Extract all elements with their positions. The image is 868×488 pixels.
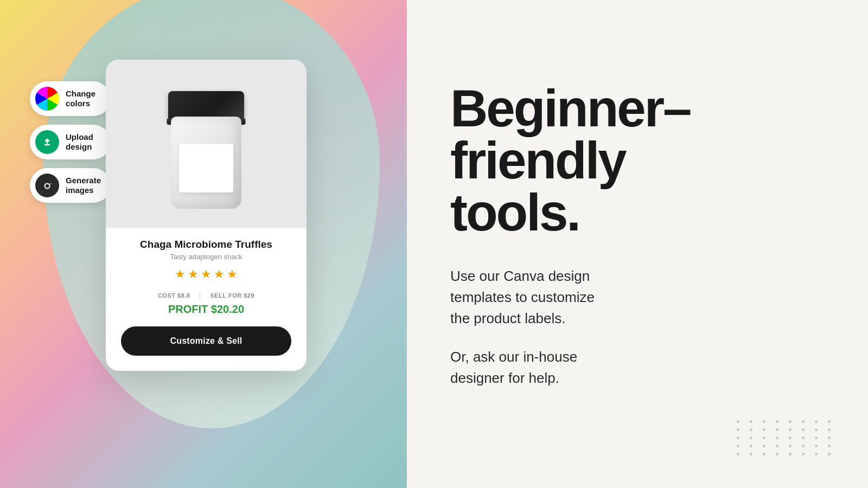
dot: [763, 445, 765, 447]
star-2: ★: [188, 267, 199, 281]
dot: [737, 445, 739, 447]
description-2: Or, ask our in-housedesigner for help.: [450, 346, 825, 389]
product-image: [106, 60, 307, 228]
upload-design-button[interactable]: Uploaddesign: [30, 125, 111, 159]
dot: [815, 428, 818, 431]
dot: [802, 453, 805, 455]
price-row: COST $8.8 SELL FOR $29: [121, 291, 291, 300]
star-3: ★: [201, 267, 212, 281]
jar-label: [179, 144, 233, 192]
dot: [763, 436, 765, 439]
dot: [776, 436, 778, 439]
dot: [750, 420, 752, 423]
dot: [776, 445, 778, 447]
dot: [776, 453, 778, 455]
price-divider: [200, 291, 200, 300]
product-card: Chaga Microbiome Truffles Tasty adaptoge…: [106, 60, 307, 371]
dot: [789, 445, 792, 447]
dot: [828, 436, 831, 439]
heading-line-2: friendly: [450, 131, 626, 189]
sell-label: SELL FOR $29: [210, 292, 254, 299]
dot: [789, 436, 792, 439]
dot: [737, 436, 739, 439]
star-rating: ★ ★ ★ ★ ★: [121, 267, 291, 281]
dot: [828, 445, 831, 447]
dot: [828, 453, 831, 455]
right-panel: Beginner– friendly tools. Use our Canva …: [407, 0, 868, 488]
upload-icon: [35, 130, 59, 154]
jar-body: [171, 117, 241, 209]
customize-sell-button[interactable]: Customize & Sell: [121, 326, 291, 356]
jar-illustration: [163, 89, 250, 209]
description-2-block: Or, ask our in-housedesigner for help.: [450, 346, 825, 389]
product-subtitle: Tasty adaptogen snack: [121, 253, 291, 261]
dot: [815, 436, 818, 439]
dot: [763, 420, 765, 423]
card-body: Chaga Microbiome Truffles Tasty adaptoge…: [106, 228, 307, 371]
dot: [750, 453, 752, 455]
product-name: Chaga Microbiome Truffles: [121, 239, 291, 251]
dot-pattern: [737, 420, 835, 455]
dot: [737, 453, 739, 455]
svg-point-4: [50, 183, 51, 184]
dot: [750, 428, 752, 431]
dot: [815, 420, 818, 423]
left-panel: Changecolors Uploaddesign: [0, 0, 407, 488]
heading-line-3: tools.: [450, 183, 579, 241]
star-4: ★: [214, 267, 225, 281]
main-heading: Beginner– friendly tools.: [450, 82, 825, 239]
star-1: ★: [175, 267, 186, 281]
dot: [828, 428, 831, 431]
generate-images-button[interactable]: Generateimages: [30, 168, 111, 203]
dot: [789, 453, 792, 455]
change-colors-label: Changecolors: [66, 89, 95, 108]
dot: [802, 428, 805, 431]
dot: [828, 420, 831, 423]
dot: [763, 428, 765, 431]
generate-images-label: Generateimages: [66, 176, 101, 195]
tool-buttons-container: Changecolors Uploaddesign: [30, 81, 111, 203]
color-wheel-icon: [35, 87, 59, 111]
dot: [737, 420, 739, 423]
dot: [802, 445, 805, 447]
dot: [776, 428, 778, 431]
heading-line-1: Beginner–: [450, 79, 690, 137]
description-1: Use our Canva designtemplates to customi…: [450, 266, 825, 329]
upload-design-label: Uploaddesign: [66, 132, 93, 152]
dot: [802, 436, 805, 439]
dot: [776, 420, 778, 423]
dot: [750, 445, 752, 447]
dot: [789, 420, 792, 423]
cost-label: COST $8.8: [158, 292, 190, 299]
dot: [815, 453, 818, 455]
svg-rect-3: [45, 181, 49, 183]
star-5: ★: [227, 267, 238, 281]
dot: [802, 420, 805, 423]
dot: [789, 428, 792, 431]
dot: [750, 436, 752, 439]
change-colors-button[interactable]: Changecolors: [30, 81, 111, 116]
profit-label: PROFIT $20.20: [121, 303, 291, 316]
camera-icon: [35, 174, 59, 197]
description-1-block: Use our Canva designtemplates to customi…: [450, 266, 825, 329]
dot: [815, 445, 818, 447]
dot: [737, 428, 739, 431]
dot: [763, 453, 765, 455]
